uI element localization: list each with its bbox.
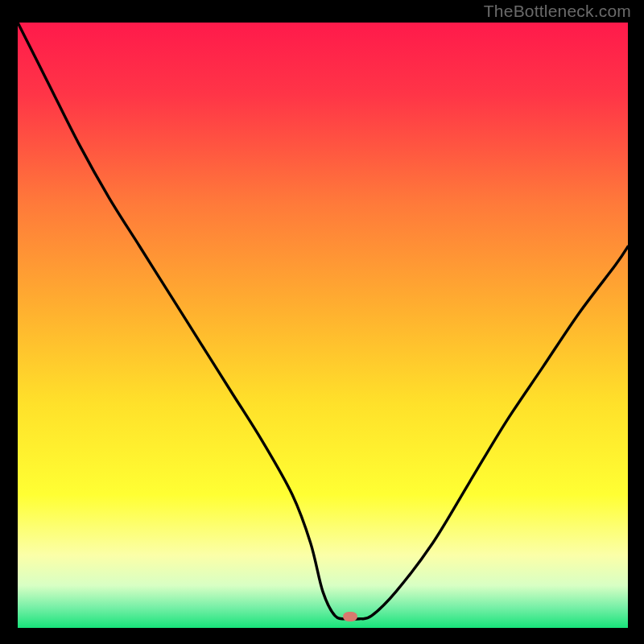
optimal-point-marker	[343, 612, 357, 621]
plot-area	[18, 23, 628, 628]
bottleneck-curve	[18, 23, 628, 628]
chart-frame: TheBottleneck.com	[0, 0, 644, 644]
watermark-text: TheBottleneck.com	[484, 2, 631, 21]
